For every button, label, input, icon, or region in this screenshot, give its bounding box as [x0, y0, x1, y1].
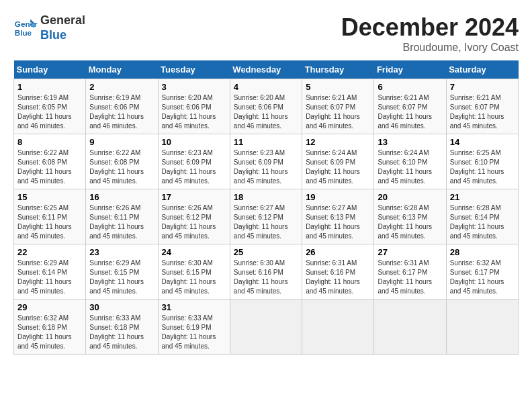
day-info: Sunrise: 6:27 AM Sunset: 6:13 PM Dayligh…: [306, 203, 370, 241]
day-header-saturday: Saturday: [446, 60, 518, 79]
logo-line2: Blue: [40, 28, 85, 43]
calendar-week-row: 1Sunrise: 6:19 AM Sunset: 6:05 PM Daylig…: [14, 79, 519, 134]
day-header-thursday: Thursday: [302, 60, 374, 79]
day-header-friday: Friday: [374, 60, 446, 79]
day-info: Sunrise: 6:28 AM Sunset: 6:13 PM Dayligh…: [378, 203, 442, 241]
calendar-cell: 17Sunrise: 6:26 AM Sunset: 6:12 PM Dayli…: [158, 189, 230, 244]
title-block: December 2024 Broudoume, Ivory Coast: [341, 13, 519, 54]
calendar-body: 1Sunrise: 6:19 AM Sunset: 6:05 PM Daylig…: [14, 79, 519, 355]
calendar-cell: 12Sunrise: 6:24 AM Sunset: 6:09 PM Dayli…: [302, 134, 374, 189]
calendar-cell: 10Sunrise: 6:23 AM Sunset: 6:09 PM Dayli…: [158, 134, 230, 189]
calendar-cell: 26Sunrise: 6:31 AM Sunset: 6:16 PM Dayli…: [302, 244, 374, 300]
day-info: Sunrise: 6:20 AM Sunset: 6:06 PM Dayligh…: [234, 93, 298, 131]
calendar-header-row: SundayMondayTuesdayWednesdayThursdayFrid…: [14, 60, 519, 79]
calendar-cell: 3Sunrise: 6:20 AM Sunset: 6:06 PM Daylig…: [158, 79, 230, 134]
day-number: 6: [378, 82, 442, 92]
day-info: Sunrise: 6:26 AM Sunset: 6:11 PM Dayligh…: [89, 203, 154, 241]
day-info: Sunrise: 6:25 AM Sunset: 6:11 PM Dayligh…: [17, 203, 82, 241]
day-info: Sunrise: 6:32 AM Sunset: 6:17 PM Dayligh…: [450, 259, 515, 296]
day-info: Sunrise: 6:32 AM Sunset: 6:18 PM Dayligh…: [17, 314, 82, 351]
day-number: 25: [234, 247, 298, 257]
day-number: 16: [89, 192, 154, 202]
month-title: December 2024: [341, 13, 519, 42]
page-header: General Blue General Blue December 2024 …: [13, 13, 519, 54]
calendar-cell: 22Sunrise: 6:29 AM Sunset: 6:14 PM Dayli…: [14, 244, 86, 300]
calendar-cell: 31Sunrise: 6:33 AM Sunset: 6:19 PM Dayli…: [158, 300, 230, 355]
day-info: Sunrise: 6:30 AM Sunset: 6:15 PM Dayligh…: [162, 259, 226, 296]
day-header-wednesday: Wednesday: [230, 60, 302, 79]
day-info: Sunrise: 6:30 AM Sunset: 6:16 PM Dayligh…: [234, 259, 298, 296]
day-number: 13: [378, 137, 442, 147]
day-number: 7: [450, 82, 515, 92]
logo-line1: General: [40, 13, 85, 28]
calendar-cell: [374, 300, 446, 355]
calendar-cell: 6Sunrise: 6:21 AM Sunset: 6:07 PM Daylig…: [374, 79, 446, 134]
day-number: 19: [306, 192, 370, 202]
day-info: Sunrise: 6:20 AM Sunset: 6:06 PM Dayligh…: [162, 93, 226, 131]
calendar-cell: 4Sunrise: 6:20 AM Sunset: 6:06 PM Daylig…: [230, 79, 302, 134]
svg-text:Blue: Blue: [15, 28, 32, 36]
day-number: 31: [162, 302, 226, 312]
day-info: Sunrise: 6:29 AM Sunset: 6:15 PM Dayligh…: [89, 259, 154, 296]
calendar-week-row: 29Sunrise: 6:32 AM Sunset: 6:18 PM Dayli…: [14, 300, 519, 355]
day-info: Sunrise: 6:31 AM Sunset: 6:17 PM Dayligh…: [378, 259, 442, 296]
day-info: Sunrise: 6:33 AM Sunset: 6:18 PM Dayligh…: [89, 314, 154, 351]
day-info: Sunrise: 6:31 AM Sunset: 6:16 PM Dayligh…: [306, 259, 370, 296]
calendar-week-row: 15Sunrise: 6:25 AM Sunset: 6:11 PM Dayli…: [14, 189, 519, 244]
day-info: Sunrise: 6:26 AM Sunset: 6:12 PM Dayligh…: [162, 203, 226, 241]
day-number: 17: [162, 192, 226, 202]
day-number: 29: [17, 302, 82, 312]
calendar-cell: 7Sunrise: 6:21 AM Sunset: 6:07 PM Daylig…: [446, 79, 518, 134]
day-number: 10: [162, 137, 226, 147]
day-number: 1: [17, 82, 82, 92]
day-info: Sunrise: 6:24 AM Sunset: 6:09 PM Dayligh…: [306, 148, 370, 186]
day-info: Sunrise: 6:23 AM Sunset: 6:09 PM Dayligh…: [162, 148, 226, 186]
day-number: 28: [450, 247, 515, 257]
calendar-cell: 29Sunrise: 6:32 AM Sunset: 6:18 PM Dayli…: [14, 300, 86, 355]
day-number: 4: [234, 82, 298, 92]
calendar-cell: 23Sunrise: 6:29 AM Sunset: 6:15 PM Dayli…: [86, 244, 158, 300]
day-number: 2: [89, 82, 154, 92]
calendar-cell: 5Sunrise: 6:21 AM Sunset: 6:07 PM Daylig…: [302, 79, 374, 134]
day-info: Sunrise: 6:29 AM Sunset: 6:14 PM Dayligh…: [17, 259, 82, 296]
day-number: 3: [162, 82, 226, 92]
calendar-cell: 15Sunrise: 6:25 AM Sunset: 6:11 PM Dayli…: [14, 189, 86, 244]
day-header-tuesday: Tuesday: [158, 60, 230, 79]
calendar-cell: 11Sunrise: 6:23 AM Sunset: 6:09 PM Dayli…: [230, 134, 302, 189]
day-number: 26: [306, 247, 370, 257]
calendar-cell: 13Sunrise: 6:24 AM Sunset: 6:10 PM Dayli…: [374, 134, 446, 189]
day-header-sunday: Sunday: [14, 60, 86, 79]
day-info: Sunrise: 6:22 AM Sunset: 6:08 PM Dayligh…: [89, 148, 154, 186]
calendar-cell: 28Sunrise: 6:32 AM Sunset: 6:17 PM Dayli…: [446, 244, 518, 300]
day-number: 23: [89, 247, 154, 257]
calendar-cell: 25Sunrise: 6:30 AM Sunset: 6:16 PM Dayli…: [230, 244, 302, 300]
calendar-cell: 16Sunrise: 6:26 AM Sunset: 6:11 PM Dayli…: [86, 189, 158, 244]
day-number: 27: [378, 247, 442, 257]
day-info: Sunrise: 6:22 AM Sunset: 6:08 PM Dayligh…: [17, 148, 82, 186]
calendar-cell: 18Sunrise: 6:27 AM Sunset: 6:12 PM Dayli…: [230, 189, 302, 244]
day-number: 14: [450, 137, 515, 147]
calendar-cell: 27Sunrise: 6:31 AM Sunset: 6:17 PM Dayli…: [374, 244, 446, 300]
day-info: Sunrise: 6:27 AM Sunset: 6:12 PM Dayligh…: [234, 203, 298, 241]
day-info: Sunrise: 6:33 AM Sunset: 6:19 PM Dayligh…: [162, 314, 226, 351]
calendar-cell: [446, 300, 518, 355]
day-info: Sunrise: 6:21 AM Sunset: 6:07 PM Dayligh…: [450, 93, 515, 131]
calendar-cell: [302, 300, 374, 355]
day-number: 15: [17, 192, 82, 202]
day-info: Sunrise: 6:21 AM Sunset: 6:07 PM Dayligh…: [306, 93, 370, 131]
calendar-week-row: 22Sunrise: 6:29 AM Sunset: 6:14 PM Dayli…: [14, 244, 519, 300]
location-subtitle: Broudoume, Ivory Coast: [341, 42, 519, 54]
calendar-week-row: 8Sunrise: 6:22 AM Sunset: 6:08 PM Daylig…: [14, 134, 519, 189]
calendar-cell: 30Sunrise: 6:33 AM Sunset: 6:18 PM Dayli…: [86, 300, 158, 355]
calendar-cell: 9Sunrise: 6:22 AM Sunset: 6:08 PM Daylig…: [86, 134, 158, 189]
day-number: 8: [17, 137, 82, 147]
logo-icon: General Blue: [13, 16, 38, 40]
day-number: 11: [234, 137, 298, 147]
day-info: Sunrise: 6:23 AM Sunset: 6:09 PM Dayligh…: [234, 148, 298, 186]
day-info: Sunrise: 6:19 AM Sunset: 6:05 PM Dayligh…: [17, 93, 82, 131]
calendar-table: SundayMondayTuesdayWednesdayThursdayFrid…: [13, 60, 519, 355]
calendar-cell: [230, 300, 302, 355]
day-info: Sunrise: 6:28 AM Sunset: 6:14 PM Dayligh…: [450, 203, 515, 241]
logo: General Blue General Blue: [13, 13, 85, 42]
day-number: 9: [89, 137, 154, 147]
